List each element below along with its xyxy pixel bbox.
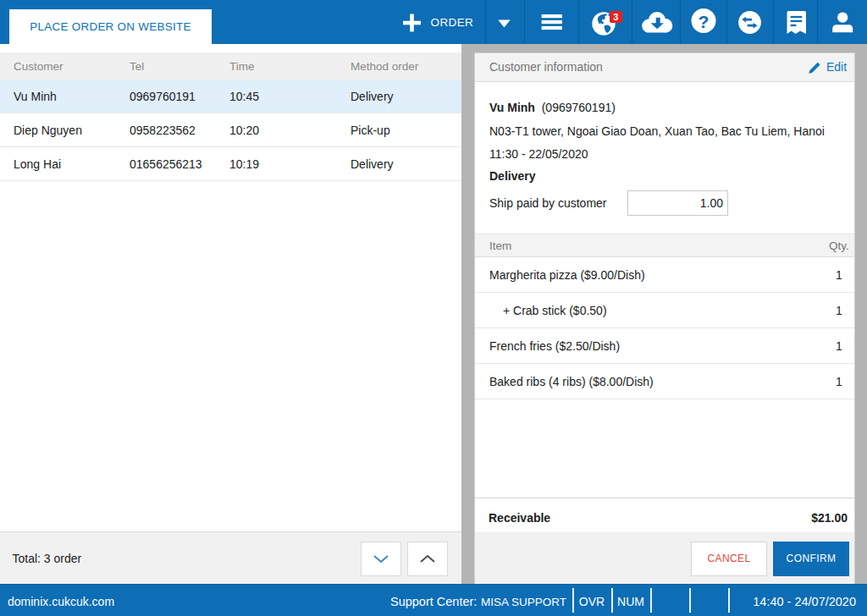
svg-text:?: ? xyxy=(698,12,709,31)
